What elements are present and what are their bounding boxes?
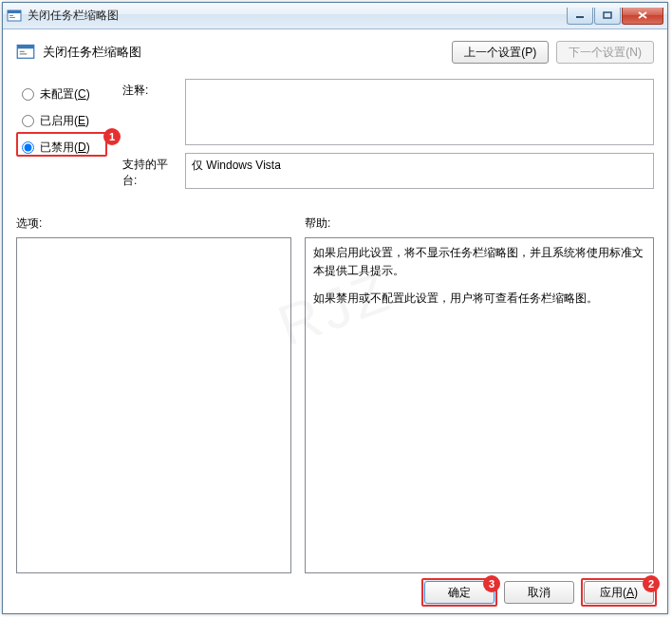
client-area: 关闭任务栏缩略图 上一个设置(P) 下一个设置(N) 未配置(C) 已启用(E): [3, 29, 667, 583]
help-panel[interactable]: 如果启用此设置，将不显示任务栏缩略图，并且系统将使用标准文本提供工具提示。 如果…: [305, 237, 654, 573]
prev-setting-button[interactable]: 上一个设置(P): [452, 41, 549, 64]
cancel-button[interactable]: 取消: [504, 581, 574, 604]
ok-button[interactable]: 确定: [424, 581, 495, 604]
header-row: 关闭任务栏缩略图 上一个设置(P) 下一个设置(N): [16, 41, 654, 64]
lower-section: 选项: 帮助: 如果启用此设置，将不显示任务栏缩略图，并且系统将使用标准文本提供…: [16, 215, 654, 573]
radio-disabled-row[interactable]: 已禁用(D): [16, 136, 168, 159]
footer-buttons: 确定 3 取消 应用(A) 2: [424, 581, 654, 604]
fields-column: 注释: 支持的平台: 仅 Windows Vista: [122, 79, 654, 197]
radio-enabled-label: 已启用(E): [40, 113, 89, 129]
mid-section: 未配置(C) 已启用(E) 已禁用(D) 1 注释:: [16, 79, 654, 197]
page-icon: [16, 43, 35, 62]
apply-button-wrap: 应用(A) 2: [584, 581, 654, 604]
help-text-2: 如果禁用或不配置此设置，用户将可查看任务栏缩略图。: [313, 290, 645, 308]
options-label: 选项:: [16, 215, 291, 232]
apply-button[interactable]: 应用(A): [584, 581, 654, 604]
radio-column: 未配置(C) 已启用(E) 已禁用(D) 1: [16, 79, 168, 197]
svg-rect-3: [9, 17, 15, 18]
app-icon: [7, 9, 22, 24]
svg-rect-5: [604, 12, 611, 18]
radio-enabled-row[interactable]: 已启用(E): [16, 109, 168, 132]
nav-buttons: 上一个设置(P) 下一个设置(N): [452, 41, 654, 64]
help-column: 帮助: 如果启用此设置，将不显示任务栏缩略图，并且系统将使用标准文本提供工具提示…: [305, 215, 654, 573]
options-column: 选项:: [16, 215, 291, 573]
svg-rect-9: [20, 53, 28, 54]
window-title: 关闭任务栏缩略图: [28, 8, 566, 24]
prev-setting-label: 上一个设置(P): [464, 45, 536, 61]
svg-rect-2: [9, 15, 13, 16]
ok-button-wrap: 确定 3: [424, 581, 495, 604]
svg-rect-7: [17, 46, 34, 49]
options-panel[interactable]: [16, 237, 291, 573]
next-setting-button: 下一个设置(N): [556, 41, 654, 64]
platform-value: 仅 Windows Vista: [192, 159, 281, 172]
radio-not-configured-label: 未配置(C): [40, 86, 90, 103]
comment-field-row: 注释:: [122, 79, 654, 145]
radio-not-configured-row[interactable]: 未配置(C): [16, 83, 168, 105]
minimize-button[interactable]: [567, 8, 593, 25]
close-button[interactable]: [622, 8, 663, 25]
svg-rect-1: [8, 10, 21, 13]
config-radio-group: 未配置(C) 已启用(E) 已禁用(D): [16, 79, 168, 159]
radio-disabled-label: 已禁用(D): [40, 140, 90, 156]
page-title: 关闭任务栏缩略图: [43, 44, 452, 61]
radio-disabled[interactable]: [22, 141, 34, 154]
platform-box: 仅 Windows Vista: [185, 153, 654, 189]
maximize-button[interactable]: [594, 8, 621, 25]
window-controls: [566, 8, 663, 25]
svg-rect-8: [20, 51, 25, 52]
cancel-label: 取消: [528, 585, 551, 601]
window-frame: 关闭任务栏缩略图 关闭任务栏缩略图: [2, 2, 668, 614]
ok-label: 确定: [448, 585, 471, 601]
help-label: 帮助:: [305, 215, 654, 232]
radio-not-configured[interactable]: [22, 88, 34, 101]
radio-enabled[interactable]: [22, 115, 34, 127]
titlebar[interactable]: 关闭任务栏缩略图: [3, 3, 667, 29]
platform-field-row: 支持的平台: 仅 Windows Vista: [122, 153, 654, 189]
help-text-1: 如果启用此设置，将不显示任务栏缩略图，并且系统将使用标准文本提供工具提示。: [313, 244, 645, 280]
next-setting-label: 下一个设置(N): [569, 45, 642, 61]
svg-rect-4: [576, 16, 584, 18]
comment-textarea[interactable]: [185, 79, 654, 145]
